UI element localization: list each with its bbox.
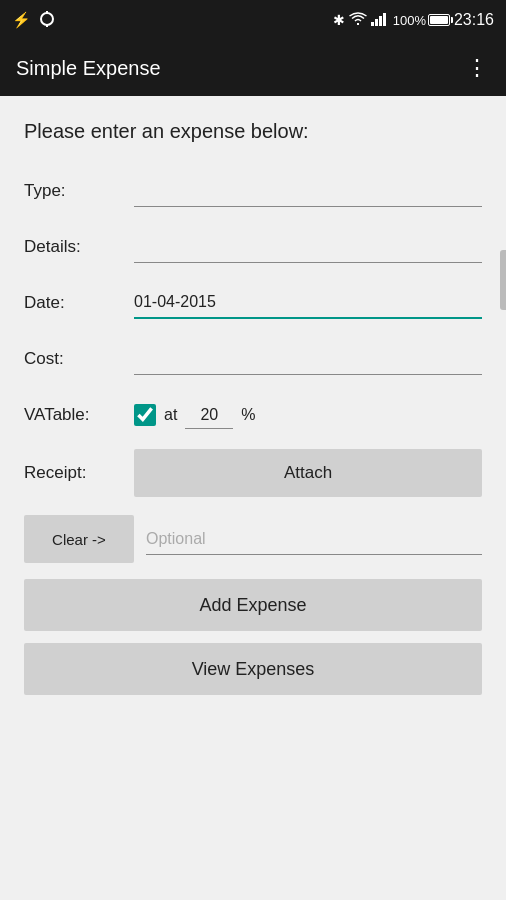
type-row: Type:	[24, 167, 482, 215]
at-label: at	[164, 406, 177, 424]
wifi-icon	[349, 12, 367, 29]
usb-icon: ⚡	[12, 11, 31, 29]
vatable-checkbox[interactable]	[134, 404, 156, 426]
overflow-menu-icon[interactable]: ⋮	[466, 57, 490, 79]
battery-indicator: 100%	[393, 13, 450, 28]
details-input[interactable]	[134, 231, 482, 263]
type-label: Type:	[24, 181, 134, 201]
date-row: Date:	[24, 279, 482, 327]
attach-button[interactable]: Attach	[134, 449, 482, 497]
status-bar-left: ⚡	[12, 11, 55, 30]
svg-rect-3	[371, 22, 374, 26]
vatable-label: VATable:	[24, 405, 134, 425]
signal-icon	[371, 12, 389, 29]
vat-rate-input[interactable]	[185, 402, 233, 429]
view-expenses-button[interactable]: View Expenses	[24, 643, 482, 695]
percent-label: %	[241, 406, 255, 424]
app-bar: Simple Expense ⋮	[0, 40, 506, 96]
vatable-controls: at %	[134, 402, 256, 429]
main-content: Please enter an expense below: Type: Det…	[0, 96, 506, 900]
cost-input[interactable]	[134, 343, 482, 375]
svg-rect-5	[379, 16, 382, 26]
scroll-indicator	[500, 250, 506, 310]
add-expense-button[interactable]: Add Expense	[24, 579, 482, 631]
status-time: 23:16	[454, 11, 494, 29]
type-input[interactable]	[134, 175, 482, 207]
cost-row: Cost:	[24, 335, 482, 383]
clear-row: Clear ->	[24, 515, 482, 563]
details-row: Details:	[24, 223, 482, 271]
status-bar-right: ✱ 100% 23:16	[333, 11, 494, 29]
vatable-row: VATable: at %	[24, 391, 482, 439]
page-heading: Please enter an expense below:	[24, 120, 482, 143]
date-input[interactable]	[134, 287, 482, 319]
bluetooth-icon: ✱	[333, 12, 345, 28]
receipt-row: Receipt: Attach	[24, 447, 482, 499]
svg-point-0	[41, 13, 53, 25]
circle-icon	[39, 11, 55, 30]
cost-label: Cost:	[24, 349, 134, 369]
optional-input[interactable]	[146, 523, 482, 555]
svg-rect-6	[383, 13, 386, 26]
battery-percent: 100%	[393, 13, 426, 28]
details-label: Details:	[24, 237, 134, 257]
date-label: Date:	[24, 293, 134, 313]
svg-rect-4	[375, 19, 378, 26]
clear-button[interactable]: Clear ->	[24, 515, 134, 563]
status-bar: ⚡ ✱	[0, 0, 506, 40]
receipt-label: Receipt:	[24, 463, 134, 483]
battery-icon	[428, 14, 450, 26]
app-title: Simple Expense	[16, 57, 161, 80]
